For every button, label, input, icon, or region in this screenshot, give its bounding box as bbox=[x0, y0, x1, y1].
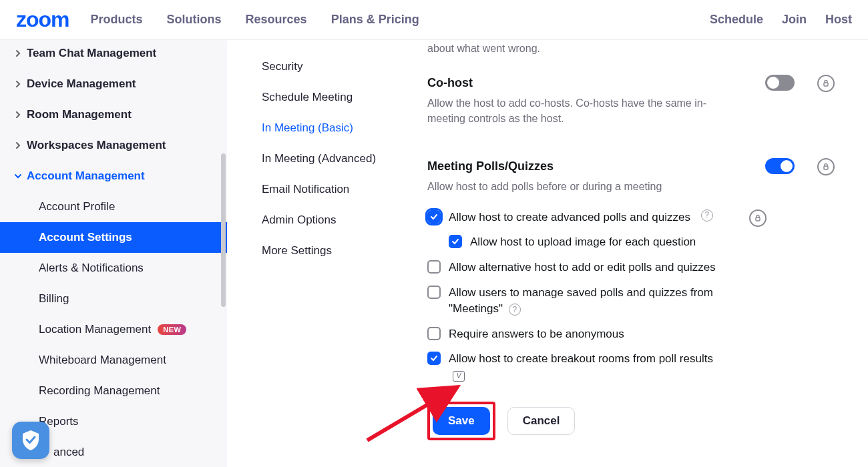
option-anonymous: Require answers to be anonymous bbox=[427, 326, 721, 342]
option-label: Allow host to create advanced polls and … bbox=[449, 209, 690, 225]
nav-schedule[interactable]: Schedule bbox=[710, 13, 763, 27]
option-breakout-from-polls: Allow host to create breakout rooms from… bbox=[427, 351, 721, 383]
subnav-in-meeting-basic[interactable]: In Meeting (Basic) bbox=[262, 121, 421, 135]
sidebar-item-label: Team Chat Management bbox=[27, 47, 156, 60]
sidebar-sub-account-settings[interactable]: Account Settings bbox=[0, 222, 227, 253]
sidebar-sub-label: Location Management bbox=[39, 323, 151, 336]
help-icon[interactable]: ? bbox=[509, 304, 521, 316]
scrollbar[interactable] bbox=[221, 153, 226, 307]
sidebar-sub-location[interactable]: Location Management NEW bbox=[0, 314, 227, 345]
option-label: Allow users to manage saved polls and qu… bbox=[449, 286, 713, 315]
option-label: Require answers to be anonymous bbox=[449, 326, 624, 342]
sidebar-item-label: Account Management bbox=[27, 169, 145, 183]
help-icon[interactable]: ? bbox=[701, 209, 713, 221]
nav-solutions[interactable]: Solutions bbox=[167, 13, 222, 27]
option-label: Allow host to upload image for each ques… bbox=[470, 234, 696, 250]
annotation-highlight: Save bbox=[427, 402, 495, 440]
checkbox[interactable] bbox=[427, 327, 441, 340]
sidebar-sub-recording[interactable]: Recording Management bbox=[0, 376, 227, 406]
new-badge: NEW bbox=[158, 324, 186, 335]
shield-check-icon bbox=[21, 429, 41, 452]
option-label: Allow host to create breakout rooms from… bbox=[449, 352, 713, 365]
settings-subnav: Security Schedule Meeting In Meeting (Ba… bbox=[227, 40, 421, 467]
chevron-down-icon bbox=[15, 173, 21, 179]
sidebar-item-label: Device Management bbox=[27, 77, 136, 91]
option-upload-image: Allow host to upload image for each ques… bbox=[449, 234, 742, 250]
option-manage-saved: Allow users to manage saved polls and qu… bbox=[427, 285, 721, 317]
lock-icon[interactable] bbox=[749, 209, 767, 227]
save-button[interactable]: Save bbox=[433, 407, 490, 435]
sidebar-item-device[interactable]: Device Management bbox=[0, 69, 227, 99]
checkbox[interactable] bbox=[427, 352, 441, 365]
sidebar-sub-alerts[interactable]: Alerts & Notifications bbox=[0, 253, 227, 284]
setting-polls: Meeting Polls/Quizzes Allow host to add … bbox=[427, 153, 848, 467]
subnav-schedule-meeting[interactable]: Schedule Meeting bbox=[262, 91, 421, 104]
sidebar-sub-billing[interactable]: Billing bbox=[0, 284, 227, 314]
logo[interactable]: zoom bbox=[16, 7, 69, 32]
header: zoom Products Solutions Resources Plans … bbox=[0, 0, 868, 40]
chevron-right-icon bbox=[15, 50, 21, 57]
sidebar-item-label: Workspaces Management bbox=[27, 139, 166, 152]
setting-desc: Allow the host to add co-hosts. Co-hosts… bbox=[427, 95, 708, 126]
sidebar-item-account[interactable]: Account Management bbox=[0, 161, 227, 191]
subnav-email-notification[interactable]: Email Notification bbox=[262, 183, 421, 196]
subnav-more-settings[interactable]: More Settings bbox=[262, 244, 421, 258]
subnav-in-meeting-advanced[interactable]: In Meeting (Advanced) bbox=[262, 152, 421, 165]
version-icon[interactable]: V bbox=[453, 371, 465, 382]
cohost-toggle[interactable] bbox=[765, 75, 795, 91]
option-label: Allow alternative host to add or edit po… bbox=[449, 260, 716, 276]
sidebar-item-team-chat[interactable]: Team Chat Management bbox=[0, 44, 227, 69]
nav-join[interactable]: Join bbox=[782, 13, 807, 27]
setting-cohost: Co-host Allow the host to add co-hosts. … bbox=[427, 69, 848, 153]
sidebar-item-room[interactable]: Room Management bbox=[0, 99, 227, 130]
sidebar: Team Chat Management Device Management R… bbox=[0, 40, 227, 467]
nav-resources[interactable]: Resources bbox=[246, 13, 307, 27]
checkbox[interactable] bbox=[427, 260, 441, 274]
subnav-security[interactable]: Security bbox=[262, 60, 421, 73]
sidebar-item-label: Room Management bbox=[27, 108, 132, 121]
checkbox[interactable] bbox=[449, 235, 462, 248]
sidebar-item-workspaces[interactable]: Workspaces Management bbox=[0, 130, 227, 161]
svg-rect-2 bbox=[756, 217, 760, 221]
option-advanced-polls: Allow host to create advanced polls and … bbox=[427, 209, 721, 225]
shield-badge[interactable] bbox=[12, 422, 49, 459]
sidebar-sub-account-profile[interactable]: Account Profile bbox=[0, 191, 227, 222]
polls-toggle[interactable] bbox=[765, 158, 795, 174]
subnav-admin-options[interactable]: Admin Options bbox=[262, 213, 421, 227]
polls-options: Allow host to create advanced polls and … bbox=[427, 209, 848, 383]
svg-rect-0 bbox=[824, 83, 828, 86]
setting-desc: Allow host to add polls before or during… bbox=[427, 179, 708, 194]
chevron-right-icon bbox=[15, 81, 21, 87]
main-settings: about what went wrong. Co-host Allow the… bbox=[421, 40, 868, 467]
nav-primary: Products Solutions Resources Plans & Pri… bbox=[91, 13, 419, 27]
lock-icon[interactable] bbox=[817, 158, 835, 175]
svg-rect-1 bbox=[824, 166, 828, 169]
chevron-right-icon bbox=[15, 142, 21, 149]
button-row: Save Cancel bbox=[427, 402, 848, 440]
nav-host[interactable]: Host bbox=[825, 13, 852, 27]
sidebar-sub-whiteboard[interactable]: Whiteboard Management bbox=[0, 345, 227, 376]
chevron-right-icon bbox=[15, 111, 21, 118]
nav-plans-pricing[interactable]: Plans & Pricing bbox=[331, 13, 419, 27]
nav-products[interactable]: Products bbox=[91, 13, 143, 27]
checkbox[interactable] bbox=[427, 210, 441, 223]
lock-icon[interactable] bbox=[817, 75, 835, 92]
cancel-button[interactable]: Cancel bbox=[507, 407, 576, 435]
checkbox[interactable] bbox=[427, 286, 441, 299]
nav-right: Schedule Join Host bbox=[710, 13, 852, 27]
option-alt-host-edit: Allow alternative host to add or edit po… bbox=[427, 260, 721, 276]
partial-text-above: about what went wrong. bbox=[427, 40, 848, 69]
